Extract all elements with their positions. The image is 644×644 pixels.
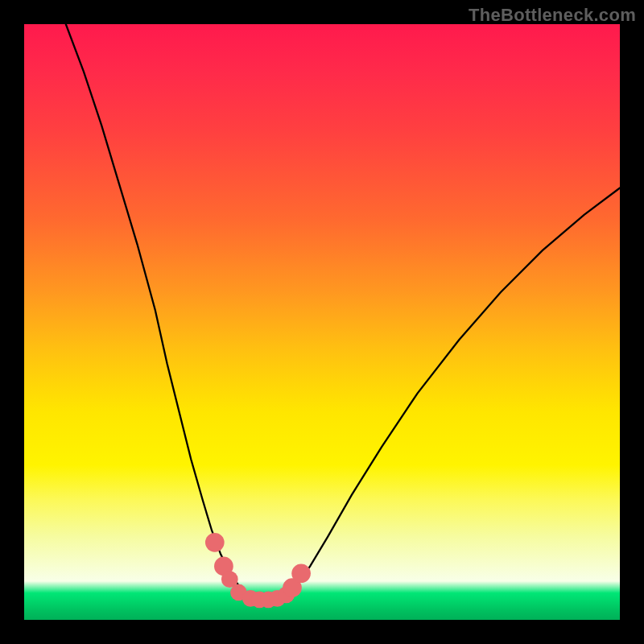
left-curve (66, 24, 248, 595)
curve-layer (24, 24, 620, 620)
plot-area (24, 24, 620, 620)
watermark-text: TheBottleneck.com (469, 5, 636, 26)
highlight-dot (291, 564, 311, 583)
highlight-dot (205, 533, 225, 552)
chart-stage: TheBottleneck.com (0, 0, 644, 644)
right-curve (289, 188, 620, 593)
highlight-markers (205, 533, 311, 608)
